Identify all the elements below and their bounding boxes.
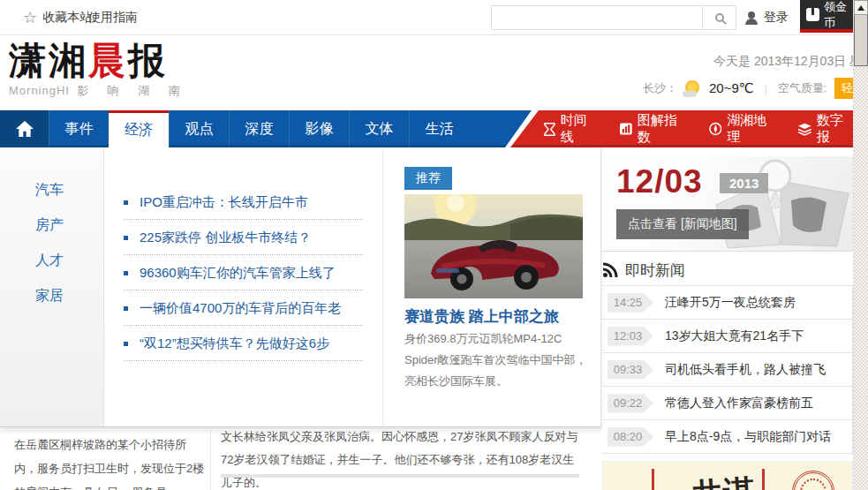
site-header: 潇湘晨报 MorningHI影 响 湖 南 今天是 2013年12月03日 星期… — [0, 36, 853, 110]
recommend-car-photo[interactable] — [404, 194, 583, 298]
ad-calligraphy-text: 共谋 — [690, 471, 756, 490]
get-coins-label: 领金币 — [824, 0, 853, 31]
user-icon — [744, 11, 759, 25]
nav-digital-paper[interactable]: 数字报 — [798, 112, 853, 146]
recommend-badge[interactable]: 推荐 — [404, 167, 452, 190]
city-label: 长沙： — [643, 80, 677, 96]
tab-events[interactable]: 事件 — [49, 110, 109, 147]
ad-tower-graphic — [652, 469, 654, 490]
nav-chart-index[interactable]: 图解指数 — [620, 112, 686, 146]
nav-tabs: 事件 经济 观点 深度 影像 文体 生活 — [49, 110, 469, 147]
news-item[interactable]: 14:25 汪峰开5万一夜总统套房 — [602, 286, 852, 320]
nav-geography-label: 湖湘地理 — [727, 112, 775, 146]
tab-opinion[interactable]: 观点 — [169, 110, 229, 147]
news-item[interactable]: 09:22 常德人登入作家富豪榜前五 — [602, 387, 852, 420]
temperature-value: 20~9℃ — [709, 80, 754, 96]
logo-slogan: MorningHI影 响 湖 南 — [9, 83, 188, 99]
tab-economy[interactable]: 经济 — [109, 110, 169, 147]
news-item-title: 早上8点-9点，与职能部门对话 — [665, 429, 831, 445]
dropdown-link[interactable]: “双12”想买特供车？先做好这6步 — [124, 326, 363, 361]
logo-title: 潇湘晨报 — [9, 41, 188, 81]
news-item[interactable]: 12:03 13岁大姐大竟有21名手下 — [602, 320, 852, 353]
logo-slogan-cn: 影 响 湖 南 — [77, 84, 188, 97]
dropdown-link[interactable]: 225家跌停 创业板牛市终结？ — [124, 220, 363, 255]
search-button[interactable] — [702, 6, 736, 29]
logo-english: MorningHI — [9, 84, 70, 97]
right-column: 12/03 2013 点击查看 [新闻地图] 即时新闻 14:25 汪峰开5万一… — [602, 147, 853, 490]
big-date: 12/03 — [616, 163, 703, 200]
article-snippet-right: 文长林给张凤父亲及张凤治病。因心怀感恩，27岁张凤不顾家人反对与72岁老汉领了结… — [221, 426, 583, 490]
recommend-panel: 推荐 — [382, 147, 601, 426]
news-item-title: 汪峰开5万一夜总统套房 — [665, 295, 796, 311]
news-item-title: 常德人登入作家富豪榜前五 — [665, 396, 813, 411]
tab-culture-sports[interactable]: 文体 — [349, 110, 409, 147]
nav-geography[interactable]: 湖湘地理 — [709, 112, 776, 146]
tab-depth[interactable]: 深度 — [229, 110, 289, 147]
category-cars[interactable]: 汽车 — [35, 181, 88, 204]
ad-medallion-graphic — [792, 471, 834, 490]
scrollbar-up-button[interactable] — [854, 0, 868, 15]
news-map-button[interactable]: 点击查看 [新闻地图] — [616, 209, 749, 239]
scrollbar-thumb[interactable] — [854, 15, 868, 66]
tab-life[interactable]: 生活 — [409, 110, 469, 147]
category-talent[interactable]: 人才 — [35, 252, 88, 275]
recommend-title[interactable]: 赛道贵族 踏上中部之旅 — [404, 306, 559, 327]
instant-news-list: 14:25 汪峰开5万一夜总统套房 12:03 13岁大姐大竟有21名手下 09… — [602, 285, 853, 454]
search-icon — [715, 13, 724, 22]
ad-banner[interactable]: 共谋 — [602, 461, 853, 490]
air-quality-label: 空气质量: — [778, 80, 827, 96]
economy-dropdown-panel: 汽车 房产 人才 家居 IPO重启冲击：长线开启牛市 225家跌停 创业板牛市终… — [0, 147, 601, 427]
news-item[interactable]: 08:20 早上8点-9点，与职能部门对话 — [602, 420, 852, 454]
dropdown-link-list: IPO重启冲击：长线开启牛市 225家跌停 创业板牛市终结？ 96360购车汇你… — [104, 185, 382, 361]
weather-divider: | — [765, 82, 767, 95]
news-item[interactable]: 09:33 司机低头看手机，路人被撞飞 — [602, 353, 852, 387]
news-time-badge: 14:25 — [608, 293, 653, 313]
today-date-text: 今天是 2013年12月03日 星期 — [713, 54, 853, 70]
star-icon: ☆ — [23, 10, 37, 26]
weather-bar: 长沙： 20~9℃ | 空气质量: 轻度污染 — [643, 78, 853, 99]
dropdown-link[interactable]: 96360购车汇你的汽车管家上线了 — [124, 255, 363, 290]
rss-icon — [602, 262, 618, 278]
car-photo-illustration — [404, 194, 583, 298]
favorite-site-link[interactable]: ☆ 收藏本站 — [23, 0, 92, 35]
tab-images[interactable]: 影像 — [289, 110, 349, 147]
ad-tower-graphic — [762, 469, 765, 490]
logo-part2: 报 — [128, 39, 168, 82]
news-time-badge: 09:33 — [608, 360, 653, 380]
home-icon — [16, 121, 34, 137]
article-separator — [221, 474, 579, 478]
category-real-estate[interactable]: 房产 — [35, 216, 88, 239]
topbar: ☆ 收藏本站 使用指南 登录 领金币 — [0, 0, 853, 35]
news-item-title: 司机低头看手机，路人被撞飞 — [665, 362, 826, 378]
compass-icon — [709, 122, 722, 136]
secondary-nav: 时间线 图解指数 湖湘地理 数字报 — [510, 110, 853, 147]
dropdown-sidebar: 汽车 房产 人才 家居 — [0, 147, 104, 426]
usage-guide-link[interactable]: 使用指南 — [88, 0, 138, 35]
nav-timeline-label: 时间线 — [561, 112, 597, 146]
site-logo[interactable]: 潇湘晨报 MorningHI影 响 湖 南 — [9, 41, 188, 99]
news-time-badge: 08:20 — [608, 427, 653, 447]
bar-chart-icon — [620, 123, 632, 135]
news-time-badge: 12:03 — [608, 327, 653, 346]
news-item-title: 13岁大姐大竟有21名手下 — [665, 328, 804, 344]
browser-scrollbar[interactable] — [853, 0, 868, 490]
instant-news-title: 即时新闻 — [625, 260, 685, 281]
usage-guide-label: 使用指南 — [88, 10, 138, 26]
login-label: 登录 — [764, 10, 789, 26]
logo-part1: 潇湘 — [9, 39, 88, 82]
main-nav: 事件 经济 观点 深度 影像 文体 生活 — [0, 110, 532, 147]
login-link[interactable]: 登录 — [744, 0, 789, 35]
search-input[interactable] — [492, 6, 702, 29]
home-button[interactable] — [0, 110, 49, 147]
hourglass-icon — [544, 123, 555, 136]
air-quality-badge[interactable]: 轻度污染 — [834, 78, 853, 99]
category-home[interactable]: 家居 — [35, 287, 88, 310]
instant-news-header: 即时新闻 — [602, 259, 853, 282]
dropdown-link[interactable]: 一辆价值4700万的车背后的百年老 — [124, 290, 363, 326]
dropdown-link[interactable]: IPO重启冲击：长线开启牛市 — [124, 185, 363, 220]
get-coins-button[interactable]: 领金币 — [800, 0, 853, 33]
nav-timeline[interactable]: 时间线 — [544, 112, 597, 146]
layers-icon — [798, 123, 811, 136]
search-box — [491, 5, 736, 30]
favorite-site-label: 收藏本站 — [42, 10, 92, 26]
